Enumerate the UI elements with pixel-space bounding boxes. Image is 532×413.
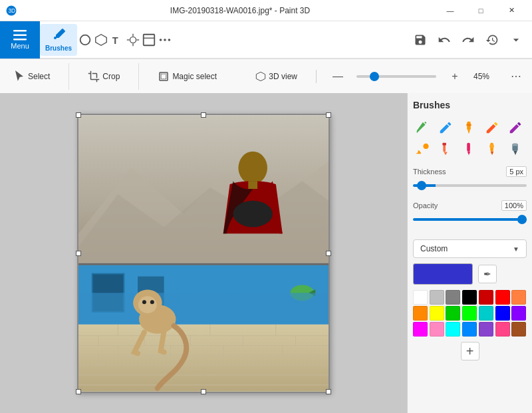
window-title: IMG-20190318-WA0016.jpg* - Paint 3D bbox=[170, 6, 310, 15]
thickness-value: 5 px bbox=[506, 166, 527, 177]
resize-handle-bl[interactable] bbox=[76, 389, 81, 394]
svg-text:3D: 3D bbox=[9, 8, 16, 14]
color-red[interactable] bbox=[495, 290, 510, 305]
crop-label: Crop bbox=[102, 72, 120, 81]
zoom-slider[interactable] bbox=[356, 75, 436, 78]
3d-view-button[interactable]: 3D view bbox=[250, 70, 303, 83]
color-dropdown-button[interactable]: Custom ▼ bbox=[413, 239, 527, 258]
magic-select-button[interactable]: Magic select bbox=[152, 68, 222, 85]
brush-marker[interactable] bbox=[460, 118, 478, 137]
color-blue[interactable] bbox=[495, 306, 510, 321]
svg-rect-2 bbox=[13, 30, 27, 32]
color-hot-pink[interactable] bbox=[495, 322, 510, 337]
brush-type2b[interactable] bbox=[436, 140, 455, 158]
resize-handle-tl[interactable] bbox=[76, 112, 81, 118]
crop-icon bbox=[88, 70, 100, 82]
resize-handle-br[interactable] bbox=[326, 389, 331, 394]
thickness-slider[interactable] bbox=[413, 184, 527, 187]
color-magenta[interactable] bbox=[413, 322, 428, 337]
undo-icon bbox=[438, 33, 451, 47]
color-cyan[interactable] bbox=[446, 322, 460, 337]
color-orange-red[interactable] bbox=[511, 290, 526, 305]
color-dark-green[interactable] bbox=[446, 306, 460, 321]
svg-point-5 bbox=[80, 35, 90, 45]
brush-type2c[interactable] bbox=[460, 140, 478, 158]
zoom-in-button[interactable]: + bbox=[447, 69, 463, 84]
resize-handle-mr[interactable] bbox=[326, 251, 331, 256]
tab-text[interactable]: T bbox=[109, 24, 125, 56]
tab-effects[interactable] bbox=[125, 24, 141, 56]
color-purple[interactable] bbox=[511, 306, 526, 321]
select-icon bbox=[13, 70, 25, 82]
color-teal[interactable] bbox=[479, 306, 493, 321]
eyedropper-button[interactable]: ✒ bbox=[478, 265, 497, 283]
svg-rect-31 bbox=[78, 293, 329, 325]
canvas-area bbox=[0, 93, 407, 413]
tab-2dshapes[interactable] bbox=[77, 24, 93, 56]
tab-brushes[interactable]: Brushes bbox=[40, 24, 77, 56]
redo-button[interactable] bbox=[458, 24, 479, 56]
active-color-row: ✒ bbox=[413, 263, 527, 285]
brush-airbrush[interactable] bbox=[506, 118, 525, 137]
maximize-button[interactable]: □ bbox=[466, 0, 496, 21]
zoom-more-button[interactable]: ⋯ bbox=[508, 70, 524, 82]
brush-type2a[interactable] bbox=[413, 140, 432, 158]
add-color-button[interactable]: + bbox=[461, 342, 479, 360]
color-white[interactable] bbox=[413, 290, 428, 305]
resize-handle-ml[interactable] bbox=[76, 251, 81, 256]
color-light-gray[interactable] bbox=[430, 290, 444, 305]
brush-type2d[interactable] bbox=[483, 140, 501, 158]
toolbar: Select Crop Magic select 3D view — + 45% bbox=[0, 59, 532, 93]
color-dropdown-label: Custom bbox=[420, 244, 448, 253]
minimize-button[interactable]: — bbox=[435, 0, 466, 21]
toolbar-divider1 bbox=[68, 63, 69, 90]
crop-tool-button[interactable]: Crop bbox=[82, 68, 125, 85]
zoom-separator bbox=[316, 70, 317, 83]
3d-view-label: 3D view bbox=[269, 72, 297, 81]
tab-3dshapes[interactable] bbox=[93, 24, 109, 56]
pencil-icon bbox=[485, 120, 499, 135]
more-icon bbox=[158, 33, 172, 47]
resize-handle-tm[interactable] bbox=[201, 112, 206, 118]
svg-text:T: T bbox=[112, 35, 118, 45]
pen-icon bbox=[438, 120, 453, 135]
airbrush-icon bbox=[508, 120, 523, 135]
magic-select-icon bbox=[158, 70, 170, 82]
color-orange[interactable] bbox=[413, 306, 428, 321]
resize-handle-tr[interactable] bbox=[326, 112, 331, 118]
color-brown[interactable] bbox=[511, 322, 526, 337]
close-button[interactable]: ✕ bbox=[496, 0, 527, 21]
tab-more[interactable] bbox=[157, 24, 173, 56]
brush2c-icon bbox=[462, 142, 476, 156]
color-yellow[interactable] bbox=[430, 306, 444, 321]
active-color-swatch[interactable] bbox=[413, 263, 473, 285]
canvas-icon bbox=[142, 33, 156, 47]
menu-button[interactable]: Menu bbox=[0, 21, 40, 59]
svg-point-15 bbox=[164, 39, 166, 41]
color-black[interactable] bbox=[462, 290, 477, 305]
color-light-blue[interactable] bbox=[462, 322, 477, 337]
brush-calligraphy[interactable] bbox=[413, 118, 432, 137]
svg-point-16 bbox=[168, 39, 171, 41]
resize-handle-bm[interactable] bbox=[201, 389, 206, 394]
opacity-slider[interactable] bbox=[413, 218, 527, 221]
save-button[interactable] bbox=[410, 24, 431, 56]
color-pink[interactable] bbox=[430, 322, 444, 337]
brush-type2e[interactable] bbox=[506, 140, 525, 158]
color-palette bbox=[413, 290, 527, 337]
tab-canvas[interactable] bbox=[141, 24, 157, 56]
svg-point-59 bbox=[138, 296, 157, 313]
undo-button[interactable] bbox=[434, 24, 455, 56]
svg-rect-4 bbox=[13, 39, 27, 41]
color-dark-red[interactable] bbox=[479, 290, 493, 305]
brush-pencil[interactable] bbox=[483, 118, 501, 137]
color-green[interactable] bbox=[462, 306, 477, 321]
zoom-out-button[interactable]: — bbox=[330, 69, 346, 84]
expand-button[interactable] bbox=[505, 24, 527, 56]
opacity-value: 100% bbox=[501, 200, 527, 211]
history-button[interactable] bbox=[481, 24, 503, 56]
color-gray[interactable] bbox=[446, 290, 460, 305]
select-tool-button[interactable]: Select bbox=[8, 68, 55, 85]
brush-pen[interactable] bbox=[436, 118, 455, 137]
color-violet[interactable] bbox=[479, 322, 493, 337]
